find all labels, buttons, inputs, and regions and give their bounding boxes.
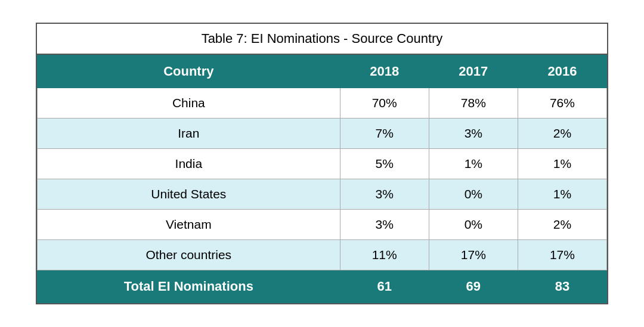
cell-y2016: 76%	[518, 88, 606, 119]
table-title: Table 7: EI Nominations - Source Country	[37, 24, 607, 55]
cell-y2017: 1%	[429, 149, 518, 179]
ei-nominations-table: Country 2018 2017 2016 China70%78%76%Ira…	[37, 55, 607, 303]
cell-y2018: 5%	[340, 149, 429, 179]
cell-country: Vietnam	[38, 210, 340, 240]
table-row: India5%1%1%	[38, 149, 607, 179]
cell-country: India	[38, 149, 340, 179]
header-country: Country	[38, 55, 340, 88]
table-row: Vietnam3%0%2%	[38, 210, 607, 240]
footer-2016: 83	[518, 270, 606, 303]
table-footer-row: Total EI Nominations 61 69 83	[38, 270, 607, 303]
cell-y2017: 17%	[429, 240, 518, 270]
cell-y2016: 1%	[518, 149, 606, 179]
header-2016: 2016	[518, 55, 606, 88]
cell-y2018: 11%	[340, 240, 429, 270]
cell-y2018: 7%	[340, 119, 429, 149]
header-2017: 2017	[429, 55, 518, 88]
header-2018: 2018	[340, 55, 429, 88]
cell-y2017: 0%	[429, 210, 518, 240]
footer-2018: 61	[340, 270, 429, 303]
cell-y2016: 2%	[518, 210, 606, 240]
table-row: United States3%0%1%	[38, 179, 607, 210]
footer-2017: 69	[429, 270, 518, 303]
table-header-row: Country 2018 2017 2016	[38, 55, 607, 88]
cell-y2017: 0%	[429, 179, 518, 210]
cell-country: Other countries	[38, 240, 340, 270]
cell-country: China	[38, 88, 340, 119]
cell-country: Iran	[38, 119, 340, 149]
cell-y2018: 3%	[340, 210, 429, 240]
cell-y2018: 70%	[340, 88, 429, 119]
cell-y2017: 3%	[429, 119, 518, 149]
table-row: China70%78%76%	[38, 88, 607, 119]
cell-y2017: 78%	[429, 88, 518, 119]
cell-y2016: 1%	[518, 179, 606, 210]
table-row: Other countries11%17%17%	[38, 240, 607, 270]
footer-label: Total EI Nominations	[38, 270, 340, 303]
cell-country: United States	[38, 179, 340, 210]
table-row: Iran7%3%2%	[38, 119, 607, 149]
cell-y2016: 2%	[518, 119, 606, 149]
cell-y2018: 3%	[340, 179, 429, 210]
table-container: Table 7: EI Nominations - Source Country…	[36, 23, 608, 304]
cell-y2016: 17%	[518, 240, 606, 270]
